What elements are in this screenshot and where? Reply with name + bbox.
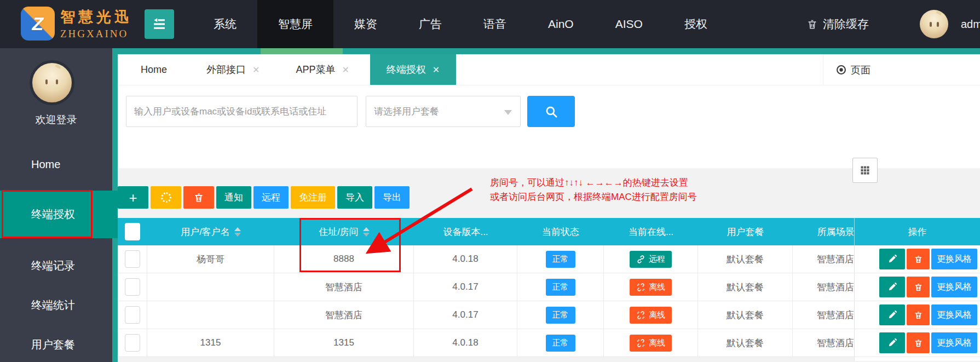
tab-terminal-auth[interactable]: 终端授权 ✕ — [370, 54, 456, 85]
delete-row-button[interactable] — [907, 304, 930, 325]
nav-item-voice[interactable]: 语音 — [463, 0, 527, 48]
tab-home[interactable]: Home — [124, 54, 183, 85]
header-user: 用户/客户名 — [147, 218, 274, 245]
user-avatar[interactable] — [920, 10, 948, 38]
annotation-note: 房间号，可以通过↑↓↑↓ ←→←→的热键进去设置 或者访问后台网页，根据终端MA… — [490, 176, 697, 204]
close-icon[interactable]: ✕ — [252, 65, 260, 75]
app-logo: 智慧光迅 ZHGXAINO — [60, 7, 132, 40]
change-style-button[interactable]: 更换风格 — [931, 277, 977, 297]
nav-item-license[interactable]: 授权 — [664, 0, 728, 48]
annotation-box-sidebar-item — [2, 190, 93, 238]
cell-package: 默认套餐 — [698, 273, 793, 301]
add-button[interactable]: + — [118, 186, 148, 209]
link-icon — [636, 255, 645, 264]
package-select[interactable]: 请选择用户套餐 — [366, 96, 521, 127]
clear-cache-label: 清除缓存 — [823, 16, 869, 32]
row-checkbox[interactable] — [125, 278, 140, 296]
edit-button[interactable] — [879, 249, 905, 269]
username-label: admin — [961, 0, 980, 48]
sidebar-item-home[interactable]: Home — [0, 152, 118, 176]
sidebar-collapse-button[interactable] — [145, 9, 174, 39]
cell-version: 4.0.17 — [414, 301, 517, 329]
nav-item-system[interactable]: 系统 — [193, 0, 257, 48]
chevron-down-icon — [504, 110, 512, 115]
refresh-button[interactable] — [151, 186, 181, 209]
sort-icons[interactable] — [234, 227, 241, 237]
search-button[interactable] — [527, 96, 575, 127]
cell-address: 智慧酒店 — [274, 301, 414, 329]
change-style-button[interactable]: 更换风格 — [931, 332, 977, 353]
logo-subtitle: ZHGXAINO — [60, 28, 132, 40]
close-icon[interactable]: ✕ — [342, 65, 349, 75]
trash-icon — [914, 338, 923, 348]
clear-cache-button[interactable]: 清除缓存 — [806, 0, 869, 48]
delete-button[interactable] — [183, 186, 214, 209]
header-status: 当前状态 — [517, 218, 604, 245]
select-all-checkbox[interactable] — [125, 223, 140, 240]
offline-badge[interactable]: 离线 — [630, 279, 672, 296]
nav-item-media[interactable]: 媒资 — [333, 0, 398, 48]
offline-badge[interactable]: 离线 — [630, 335, 672, 352]
pencil-icon — [887, 254, 897, 264]
delete-row-button[interactable] — [907, 332, 930, 353]
remote-badge[interactable]: 远程 — [630, 251, 672, 268]
tab-app-menu[interactable]: APP菜单 ✕ — [283, 54, 362, 85]
sidebar-avatar — [30, 60, 74, 105]
sidebar-item-terminal-stats[interactable]: 终端统计 — [0, 293, 118, 317]
header-operations: 操作 — [854, 218, 980, 245]
edit-button[interactable] — [879, 332, 905, 353]
row-checkbox[interactable] — [125, 250, 140, 268]
tab-external-api[interactable]: 外部接口 ✕ — [193, 54, 273, 85]
remote-button[interactable]: 远程 — [253, 186, 289, 209]
status-badge: 正常 — [546, 335, 575, 352]
edit-button[interactable] — [879, 277, 905, 297]
change-style-button[interactable]: 更换风格 — [931, 304, 977, 325]
trash-icon — [193, 192, 204, 203]
avatar-hair — [55, 64, 61, 69]
grid-view-button[interactable] — [852, 158, 878, 183]
nav-item-aiso[interactable]: AISO — [595, 0, 664, 48]
pencil-icon — [887, 282, 897, 292]
sidebar-item-terminal-records[interactable]: 终端记录 — [0, 254, 118, 278]
edit-button[interactable] — [879, 304, 905, 325]
notify-button[interactable]: 通知 — [216, 186, 251, 209]
tab-bar: Home 外部接口 ✕ APP菜单 ✕ 终端授权 ✕ 页面 — [118, 54, 980, 85]
main-content: Home 外部接口 ✕ APP菜单 ✕ 终端授权 ✕ 页面 — [118, 54, 980, 362]
status-badge: 正常 — [546, 279, 575, 296]
delete-row-button[interactable] — [907, 277, 930, 297]
grid-icon — [860, 165, 871, 176]
page-actions-label: 页面 — [851, 64, 871, 77]
cell-online: 离线 — [604, 273, 698, 301]
table-grid: 用户/客户名 住址/房间 设备版本... 当前状态 当前在线... 用户套餐 所… — [118, 218, 879, 357]
search-input[interactable] — [126, 96, 358, 127]
row-operations: 更换风格 — [854, 329, 980, 357]
nav-item-smartscreen[interactable]: 智慧屏 — [257, 0, 333, 48]
table-row-cell — [118, 329, 147, 357]
row-checkbox[interactable] — [125, 306, 140, 324]
sidebar-item-user-packages[interactable]: 用户套餐 — [0, 332, 118, 357]
row-checkbox[interactable] — [125, 334, 140, 352]
page-actions-dropdown[interactable]: 页面 — [823, 54, 871, 85]
package-select-value: 请选择用户套餐 — [374, 105, 439, 118]
no-register-button[interactable]: 免注册 — [291, 186, 335, 209]
trash-icon — [914, 255, 923, 264]
status-badge: 正常 — [546, 251, 575, 268]
content-top-strip — [112, 48, 980, 54]
top-menu: 系统 智慧屏 媒资 广告 语音 AinO AISO 授权 — [193, 0, 728, 48]
table-row-cell — [118, 301, 147, 329]
avatar-hair — [936, 10, 942, 15]
pencil-icon — [887, 310, 897, 320]
cell-user — [147, 301, 274, 329]
offline-badge[interactable]: 离线 — [630, 307, 672, 324]
cell-package: 默认套餐 — [698, 245, 793, 273]
delete-row-button[interactable] — [907, 249, 930, 269]
nav-item-aino[interactable]: AinO — [527, 0, 595, 48]
trash-icon — [806, 19, 818, 30]
row-operations: 更换风格 — [854, 273, 980, 301]
indent-left-icon — [151, 16, 168, 32]
header-package: 用户套餐 — [698, 218, 793, 245]
close-icon[interactable]: ✕ — [433, 65, 440, 75]
cell-address: 智慧酒店 — [274, 273, 414, 301]
change-style-button[interactable]: 更换风格 — [931, 249, 977, 269]
nav-item-ads[interactable]: 广告 — [398, 0, 463, 48]
